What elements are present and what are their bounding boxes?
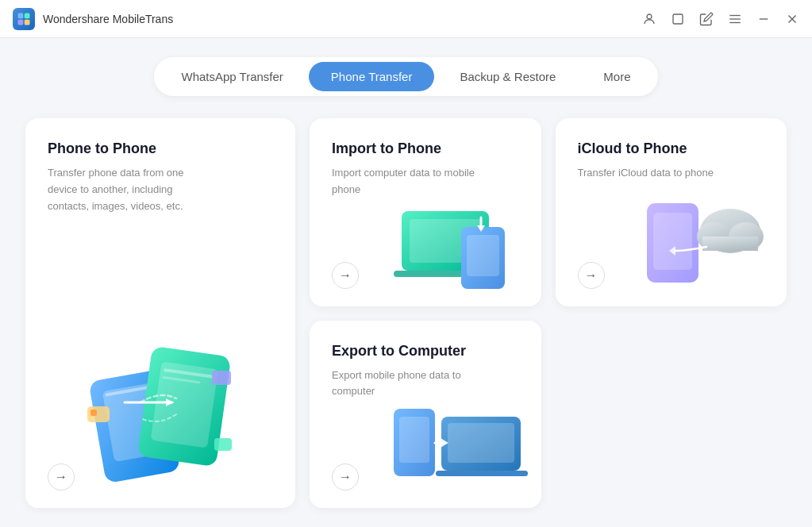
svg-rect-1 bbox=[25, 13, 30, 18]
card-icloud-desc: Transfer iCloud data to phone bbox=[578, 165, 721, 182]
svg-point-4 bbox=[647, 14, 652, 19]
svg-rect-23 bbox=[214, 438, 232, 451]
card-phone-to-phone[interactable]: Phone to Phone Transfer phone data from … bbox=[25, 118, 295, 508]
phone-to-phone-illustration bbox=[48, 214, 273, 492]
card-icloud-to-phone[interactable]: iCloud to Phone Transfer iCloud data to … bbox=[556, 118, 787, 306]
title-bar: Wondershare MobileTrans bbox=[0, 0, 812, 38]
import-illustration bbox=[386, 187, 529, 294]
menu-btn[interactable] bbox=[728, 12, 742, 26]
svg-rect-35 bbox=[702, 237, 758, 251]
main-content: WhatsApp Transfer Phone Transfer Backup … bbox=[0, 38, 812, 527]
svg-rect-3 bbox=[25, 19, 30, 25]
svg-rect-38 bbox=[399, 417, 429, 463]
cards-grid: Phone to Phone Transfer phone data from … bbox=[25, 118, 787, 508]
card-export-to-computer[interactable]: Export to Computer Export mobile phone d… bbox=[310, 321, 541, 509]
close-btn[interactable] bbox=[785, 12, 799, 26]
card-import-arrow[interactable]: → bbox=[332, 262, 359, 289]
tab-backup[interactable]: Backup & Restore bbox=[437, 62, 578, 91]
svg-rect-28 bbox=[467, 235, 499, 276]
tab-phone[interactable]: Phone Transfer bbox=[309, 62, 435, 91]
title-bar-controls bbox=[642, 12, 799, 26]
svg-rect-22 bbox=[212, 371, 231, 385]
svg-rect-40 bbox=[448, 423, 514, 463]
svg-rect-0 bbox=[18, 13, 24, 18]
card-export-title: Export to Computer bbox=[332, 343, 519, 360]
card-phone-to-phone-arrow[interactable]: → bbox=[48, 464, 75, 490]
icloud-illustration bbox=[639, 187, 774, 294]
card-phone-to-phone-title: Phone to Phone bbox=[48, 140, 273, 157]
card-import-to-phone[interactable]: Import to Phone Import computer data to … bbox=[310, 118, 541, 306]
svg-rect-41 bbox=[436, 471, 528, 476]
card-icloud-arrow[interactable]: → bbox=[578, 262, 605, 289]
app-title: Wondershare MobileTrans bbox=[43, 13, 173, 25]
nav-tabs: WhatsApp Transfer Phone Transfer Backup … bbox=[154, 57, 657, 96]
card-icloud-title: iCloud to Phone bbox=[578, 140, 765, 157]
svg-rect-5 bbox=[673, 14, 683, 24]
minimize-btn[interactable] bbox=[756, 12, 771, 26]
app-icon bbox=[13, 8, 35, 30]
svg-rect-31 bbox=[653, 213, 692, 270]
tab-more[interactable]: More bbox=[581, 62, 652, 91]
export-illustration bbox=[390, 389, 529, 495]
title-bar-left: Wondershare MobileTrans bbox=[13, 8, 173, 30]
svg-rect-21 bbox=[90, 410, 97, 416]
edit-btn[interactable] bbox=[699, 12, 714, 26]
card-phone-to-phone-desc: Transfer phone data from one device to a… bbox=[48, 165, 206, 214]
card-export-arrow[interactable]: → bbox=[332, 464, 359, 490]
card-import-title: Import to Phone bbox=[332, 140, 519, 157]
account-btn[interactable] bbox=[642, 12, 656, 26]
svg-rect-2 bbox=[18, 19, 24, 25]
window-btn[interactable] bbox=[671, 12, 685, 26]
tab-whatsapp[interactable]: WhatsApp Transfer bbox=[159, 62, 305, 91]
